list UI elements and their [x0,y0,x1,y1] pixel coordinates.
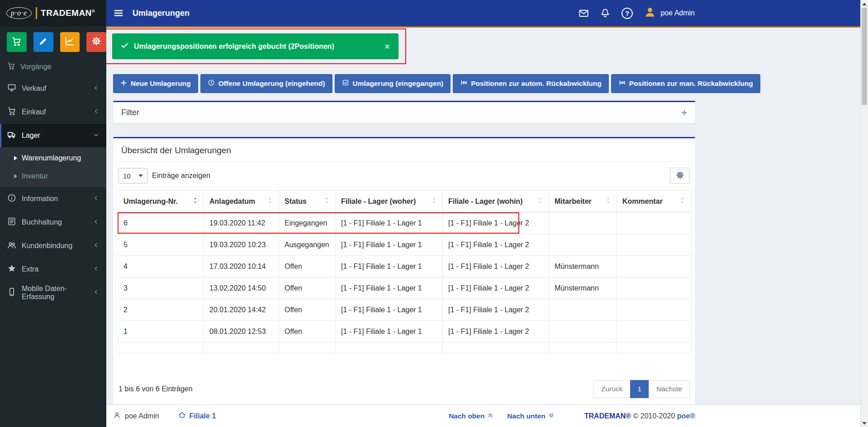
sort-icon [537,197,543,206]
column-label: Mitarbeiter [555,197,592,206]
table-cell: [1 - F1] Filiale 1 - Lager 2 [443,234,549,256]
sidebar-section-label: Vorgänge [20,63,52,71]
table-cell: [1 - F1] Filiale 1 - Lager 2 [443,256,549,277]
footer-user-name: poe Admin [125,412,159,420]
column-header-kommentar[interactable]: Kommentar [617,191,691,212]
filter-panel[interactable]: Filter + [113,101,695,123]
pagination-page-1-button[interactable]: 1 [630,380,650,398]
scroll-to-top-link[interactable]: Nach oben [449,412,493,420]
table-controls: 10 Einträge anzeigen [118,168,691,184]
footer-user: poe Admin [113,411,159,421]
menu-icon[interactable] [114,8,123,18]
sidebar-subitem-label: Warenumlagerung [22,154,81,162]
column-header-filiale-woher[interactable]: Filiale - Lager (woher) [336,191,443,212]
table-cell: [1 - F1] Filiale 1 - Lager 2 [443,299,549,321]
scroll-down-arrow[interactable] [861,419,868,427]
chart-icon [65,36,75,48]
sidebar-subitem-warenumlagerung[interactable]: Warenumlagerung [0,149,106,167]
table-cell: Eingegangen [279,212,336,234]
scroll-thumb[interactable] [862,8,867,105]
table-cell: [1 - F1] Filiale 1 - Lager 2 [443,277,549,299]
table-cell: 17.03.2020 10:14 [204,256,279,277]
table-row[interactable]: 4 17.03.2020 10:14 Offen [1 - F1] Filial… [118,256,691,277]
auto-reversal-button[interactable]: Positionen zur autom. Rückabwicklung [453,74,609,93]
annotation-alert-highlight: Umlagerungspositionen erfolgreich gebuch… [106,28,406,64]
table-header-row: Umlagerung-Nr. Anlagedatum Status Filial… [118,191,691,212]
footer-branch-link[interactable]: Filiale 1 [178,411,216,421]
manual-reversal-button[interactable]: Positionen zur man. Rückabwicklung [611,74,760,93]
table-cell [549,234,617,256]
table-cell: 19.03.2020 10:23 [204,234,279,256]
table-row[interactable]: 1 08.01.2020 12:53 Offen [1 - F1] Filial… [118,321,691,343]
page-length-label: Einträge anzeigen [152,172,210,180]
sidebar-item-kundenbindung[interactable]: Kundenbindung [0,234,106,258]
close-icon[interactable]: × [384,42,390,51]
quick-settings-button[interactable] [86,32,106,52]
column-header-mitarbeiter[interactable]: Mitarbeiter [549,191,617,212]
pagination: Zurück 1 Nächste [593,380,690,398]
table-row[interactable]: 3 13.02.2020 14:50 Offen [1 - F1] Filial… [118,277,691,299]
column-header-umlagerung-nr[interactable]: Umlagerung-Nr. [118,191,204,212]
check-square-icon [342,79,349,88]
messages-icon[interactable] [579,8,589,19]
notifications-icon[interactable] [600,8,610,18]
sort-icon [431,197,437,206]
sort-icon [267,197,273,206]
quick-edit-button[interactable] [33,32,53,52]
received-transfer-button[interactable]: Umlagerung (eingegangen) [335,74,451,93]
sidebar-item-mobile-daten-erfassung[interactable]: Mobile Daten-Erfassung [0,281,106,305]
table-cell [617,256,691,277]
open-incoming-transfer-button[interactable]: Offene Umlagerung (eingehend) [200,74,332,93]
pagination-prev-button[interactable]: Zurück [593,380,630,398]
users-icon [7,240,16,251]
alert-message: Umlagerungspositionen erfolgreich gebuch… [134,42,334,51]
column-header-anlagedatum[interactable]: Anlagedatum [204,191,279,212]
quick-cart-button[interactable] [7,32,27,52]
fast-backward-icon [460,79,467,88]
chevron-left-icon [93,242,99,250]
quick-stats-button[interactable] [60,32,80,52]
sidebar-item-buchhaltung[interactable]: Buchhaltung [0,211,106,234]
table-row[interactable]: 5 19.03.2020 10:23 Ausgegangen [1 - F1] … [118,234,691,256]
lager-submenu: Warenumlagerung Inventur [0,147,106,187]
table-cell [617,212,691,234]
user-menu[interactable]: poe Admin [644,6,695,20]
pagination-next-button[interactable]: Nächste [649,380,690,398]
table-settings-button[interactable] [670,168,690,184]
table-cell: [1 - F1] Filiale 1 - Lager 1 [336,234,443,256]
home-icon [178,411,186,421]
vertical-scrollbar[interactable] [860,0,868,427]
sidebar-item-verkauf[interactable]: Verkauf [0,77,106,100]
sidebar-item-einkauf[interactable]: Einkauf [0,100,106,124]
column-header-filiale-wohin[interactable]: Filiale - Lager (wohin) [443,191,549,212]
help-icon[interactable]: ? [621,8,633,19]
table-row[interactable]: 6 19.03.2020 11:42 Eingegangen [1 - F1] … [118,212,691,234]
page-length-value: 10 [123,172,131,180]
scroll-to-bottom-link[interactable]: Nach unten [507,412,554,420]
scroll-up-arrow[interactable] [861,0,868,8]
column-label: Status [285,197,307,206]
page-length-select[interactable]: 10 [119,168,147,183]
column-header-status[interactable]: Status [279,191,336,212]
cart-icon [7,107,16,117]
sidebar-item-lager[interactable]: Lager [0,124,106,147]
table-cell: [1 - F1] Filiale 1 - Lager 1 [336,256,443,277]
sidebar-section-vorgaenge[interactable]: Vorgänge [0,56,106,77]
column-label: Anlagedatum [209,197,255,206]
sidebar-item-information[interactable]: Information [0,187,106,211]
expand-icon[interactable]: + [681,107,687,119]
new-transfer-button[interactable]: Neue Umlagerung [113,74,198,93]
page-title: Umlagerungen [133,9,190,18]
fast-backward-icon [618,79,626,88]
logo-separator [36,7,37,19]
table-cell: Münstermann [549,277,617,299]
mobile-icon [7,287,16,298]
column-label: Filiale - Lager (wohin) [448,197,522,206]
sidebar-item-extra[interactable]: Extra [0,258,106,281]
table-row[interactable]: 2 20.01.2020 14:42 Offen [1 - F1] Filial… [118,299,691,321]
table-footer-cell [279,343,336,353]
logo-poe: p·o·e [6,7,32,19]
sidebar-subitem-inventur[interactable]: Inventur [0,167,106,185]
sidebar-item-label: Kundenbindung [22,242,72,250]
app-logo[interactable]: p·o·e TRADEMAN® [0,0,106,26]
